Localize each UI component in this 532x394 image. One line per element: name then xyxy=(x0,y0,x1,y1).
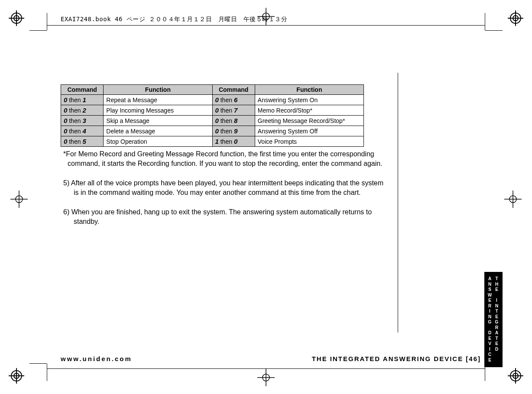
table-row: 0 then 2Play Incoming Messages0 then 7Me… xyxy=(61,105,364,116)
registration-mark-icon xyxy=(8,10,25,27)
col-command: Command xyxy=(212,85,255,95)
registration-mark-icon xyxy=(507,10,524,27)
table-row: 0 then 4Delete a Message0 then 9Answerin… xyxy=(61,126,364,136)
crop-line xyxy=(485,13,485,30)
function-cell: Repeat a Message xyxy=(104,95,212,105)
page: EXAI7248.book 46 ページ ２００４年１月１２日 月曜日 午後５時… xyxy=(0,0,532,394)
content-area: Command Function Command Function 0 then… xyxy=(61,84,390,226)
command-cell: 0 then 7 xyxy=(212,105,255,116)
step-6: 6) When you are finished, hang up to exi… xyxy=(61,207,390,226)
crop-cross-icon xyxy=(504,191,522,208)
side-tab: THE INTEGRATED ANSWERING DEVICE xyxy=(484,272,503,367)
crop-line xyxy=(485,30,503,31)
crop-line xyxy=(47,364,47,381)
footnote: *For Memo Record and Greeting Message Re… xyxy=(61,149,390,168)
content-right-divider xyxy=(398,73,398,333)
footer-section-title: THE INTEGRATED ANSWERING DEVICE [46] xyxy=(312,355,481,362)
command-table: Command Function Command Function 0 then… xyxy=(61,84,364,147)
col-function: Function xyxy=(255,85,363,95)
command-cell: 0 then 4 xyxy=(61,126,104,136)
step-5: 5) After all of the voice prompts have b… xyxy=(61,178,390,197)
step-text: When you are finished, hang up to exit t… xyxy=(71,208,372,225)
table-row: 0 then 3Skip a Message0 then 8Greeting M… xyxy=(61,116,364,126)
step-text: After all of the voice prompts have been… xyxy=(71,179,383,196)
command-cell: 0 then 3 xyxy=(61,116,104,126)
function-cell: Answering System Off xyxy=(255,126,363,136)
command-cell: 0 then 8 xyxy=(212,116,255,126)
registration-mark-icon xyxy=(507,367,524,384)
crop-line xyxy=(29,30,47,31)
footer-url: www.uniden.com xyxy=(61,355,132,362)
registration-mark-icon xyxy=(8,367,25,384)
command-cell: 1 then 0 xyxy=(212,136,255,147)
crop-line xyxy=(47,25,485,26)
crop-cross-icon xyxy=(257,369,275,386)
table-header-row: Command Function Command Function xyxy=(61,85,364,95)
table-row: 0 then 5Stop Operation1 then 0Voice Prom… xyxy=(61,136,364,147)
command-cell: 0 then 6 xyxy=(212,95,255,105)
function-cell: Voice Prompts xyxy=(255,136,363,147)
table-row: 0 then 1Repeat a Message0 then 6Answerin… xyxy=(61,95,364,105)
command-cell: 0 then 2 xyxy=(61,105,104,116)
crop-line xyxy=(29,363,47,364)
crop-cross-icon xyxy=(10,191,28,208)
function-cell: Greeting Message Record/Stop* xyxy=(255,116,363,126)
col-function: Function xyxy=(104,85,212,95)
crop-line xyxy=(47,13,47,30)
crop-line xyxy=(47,368,485,369)
command-cell: 0 then 1 xyxy=(61,95,104,105)
step-number: 6) xyxy=(63,208,69,216)
footnote-text: For Memo Record and Greeting Message Rec… xyxy=(66,150,382,167)
document-header: EXAI7248.book 46 ページ ２００４年１月１２日 月曜日 午後５時… xyxy=(61,16,287,23)
side-tab-text: THE INTEGRATED ANSWERING DEVICE xyxy=(486,276,500,363)
step-number: 5) xyxy=(63,179,69,187)
col-command: Command xyxy=(61,85,104,95)
function-cell: Skip a Message xyxy=(104,116,212,126)
function-cell: Play Incoming Messages xyxy=(104,105,212,116)
function-cell: Memo Record/Stop* xyxy=(255,105,363,116)
function-cell: Stop Operation xyxy=(104,136,212,147)
page-footer: www.uniden.com THE INTEGRATED ANSWERING … xyxy=(61,355,481,362)
function-cell: Answering System On xyxy=(255,95,363,105)
command-cell: 0 then 9 xyxy=(212,126,255,136)
command-cell: 0 then 5 xyxy=(61,136,104,147)
function-cell: Delete a Message xyxy=(104,126,212,136)
